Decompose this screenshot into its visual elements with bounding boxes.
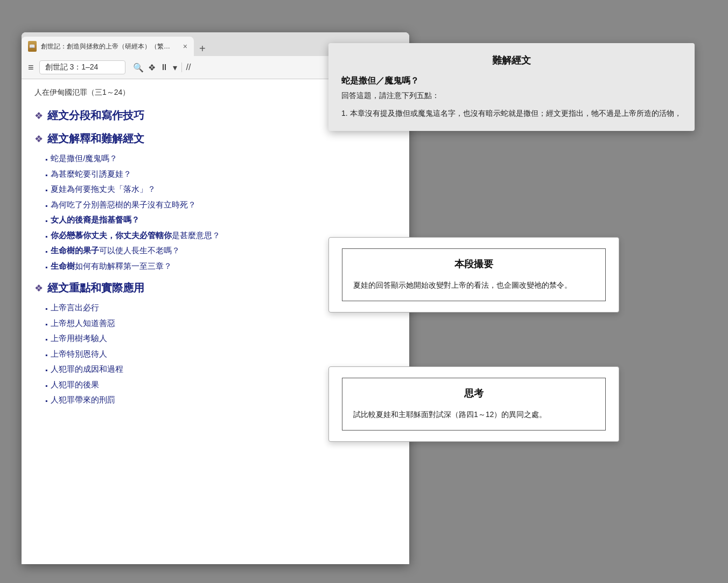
panel-difficult-title: 難解經文 <box>341 54 682 67</box>
bullet-icon: ▪ <box>45 381 47 391</box>
list-item[interactable]: ▪ 上帝特別恩待人 <box>45 348 396 360</box>
dropdown-arrow-icon[interactable]: ▾ <box>173 63 177 73</box>
search-icon[interactable]: 🔍 <box>133 63 144 73</box>
list-item[interactable]: ▪ 上帝用樹考驗人 <box>45 332 396 345</box>
slash-icon: // <box>186 63 191 72</box>
panel-reflect: 思考 試比較夏娃和主耶穌面對試深（路四1～12）的異同之處。 <box>328 366 619 442</box>
panel-summary-body: 夏娃的回答顯示她開始改變對上帝的看法，也企圖改變祂的禁令。 <box>353 279 594 292</box>
list-item[interactable]: ▪ 女人的後裔是指基督嗎？ <box>45 214 396 226</box>
bullet-icon: ▪ <box>45 201 47 211</box>
separator <box>181 63 182 72</box>
toolbar-icons: 🔍 ❖ ⏸ ▾ // <box>133 63 191 73</box>
bullet-icon: ▪ <box>45 335 47 344</box>
diamond-icon-3: ❖ <box>34 282 43 294</box>
section3-title: 經文重點和實際應用 <box>47 281 144 295</box>
list-item[interactable]: ▪ 蛇是撒但/魔鬼嗎？ <box>45 152 396 165</box>
bullet-icon: ▪ <box>45 216 47 226</box>
people-icon[interactable]: ❖ <box>148 63 156 73</box>
panel-reflect-inner: 思考 試比較夏娃和主耶穌面對試深（路四1～12）的異同之處。 <box>342 378 606 431</box>
section2-header: ❖ 經文解釋和難解經文 <box>34 131 396 146</box>
bullet-icon: ▪ <box>45 262 47 272</box>
pause-icon[interactable]: ⏸ <box>160 63 169 72</box>
panel-summary: 本段撮要 夏娃的回答顯示她開始改變對上帝的看法，也企圖改變祂的禁令。 <box>328 237 619 313</box>
bullet-icon: ▪ <box>45 365 47 375</box>
diamond-icon-2: ❖ <box>34 133 43 145</box>
bullet-icon: ▪ <box>45 396 47 406</box>
new-tab-button[interactable]: + <box>194 41 211 56</box>
diamond-icon-1: ❖ <box>34 110 43 122</box>
active-tab[interactable]: 📖 創世記：創造與拯救的上帝（研經本）（繁體） × <box>22 37 194 56</box>
bullet-icon: ▪ <box>45 155 47 164</box>
section1-title: 經文分段和寫作技巧 <box>47 108 144 123</box>
address-input[interactable] <box>39 60 125 74</box>
bullet-icon: ▪ <box>45 247 47 256</box>
panel-summary-title: 本段撮要 <box>353 258 594 270</box>
bullet-icon: ▪ <box>45 170 47 180</box>
tab-favicon: 📖 <box>28 41 37 52</box>
bullet-icon: ▪ <box>45 304 47 314</box>
panel-summary-inner: 本段撮要 夏娃的回答顯示她開始改變對上帝的看法，也企圖改變祂的禁令。 <box>342 248 606 301</box>
content-area: 人在伊甸國氾罪（三1～24） ❖ 經文分段和寫作技巧 ❖ 經文解釋和難解經文 ▪… <box>22 79 409 564</box>
list-item[interactable]: ▪ 為何吃了分別善惡樹的果子沒有立時死？ <box>45 199 396 211</box>
list-item[interactable]: ▪ 為甚麼蛇要引誘夏娃？ <box>45 168 396 181</box>
list-item[interactable]: ▪ 夏娃為何要拖丈夫「落水」？ <box>45 183 396 196</box>
tab-close-button[interactable]: × <box>183 42 187 51</box>
list-item[interactable]: ▪ 上帝想人知道善惡 <box>45 317 396 330</box>
panel-difficult-point1: 1. 本章沒有提及撒但或魔鬼這名字，也沒有暗示蛇就是撒但；經文更指出，牠不過是上… <box>341 107 682 120</box>
bullet-icon: ▪ <box>45 320 47 329</box>
panel-difficult-intro: 回答這題，請注意下列五點： <box>341 91 682 101</box>
panel-reflect-title: 思考 <box>353 387 594 400</box>
bullet-icon: ▪ <box>45 350 47 360</box>
bullet-icon: ▪ <box>45 185 47 195</box>
panel-reflect-body: 試比較夏娃和主耶穌面對試深（路四1～12）的異同之處。 <box>353 408 594 421</box>
section2-title: 經文解釋和難解經文 <box>47 131 144 146</box>
panel-difficult: 難解經文 蛇是撒但／魔鬼嗎？ 回答這題，請注意下列五點： 1. 本章沒有提及撒但… <box>328 43 695 131</box>
panel-difficult-subtitle: 蛇是撒但／魔鬼嗎？ <box>341 75 682 87</box>
hamburger-icon[interactable]: ≡ <box>28 62 34 73</box>
tab-title: 創世記：創造與拯救的上帝（研經本）（繁體） <box>41 42 177 51</box>
bullet-icon: ▪ <box>45 232 47 241</box>
